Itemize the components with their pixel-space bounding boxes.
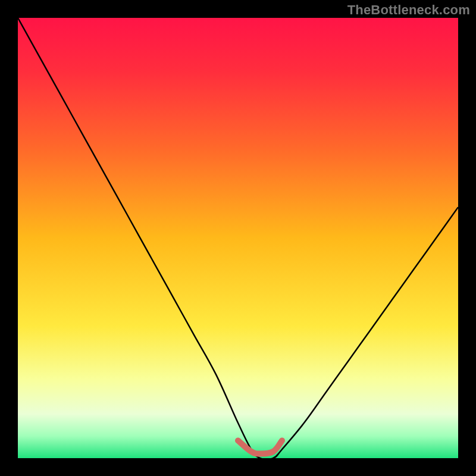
chart-frame: TheBottleneck.com [0, 0, 476, 476]
gradient-background [18, 18, 458, 458]
watermark-text: TheBottleneck.com [347, 2, 470, 18]
plot-area [18, 18, 458, 458]
chart-svg [18, 18, 458, 458]
